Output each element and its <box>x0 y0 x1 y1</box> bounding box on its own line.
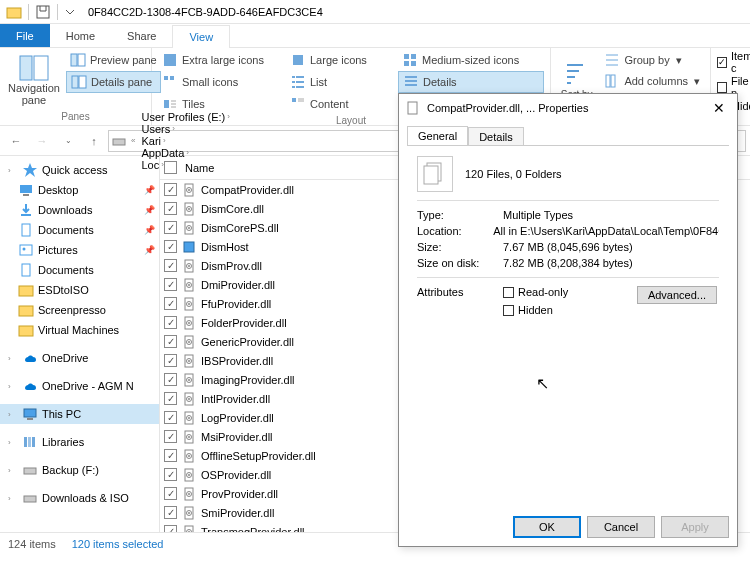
file-name: CompatProvider.dll <box>201 184 294 196</box>
sidebar-libraries[interactable]: ›Libraries <box>0 432 159 452</box>
list-view-button[interactable]: List <box>286 71 398 93</box>
tab-details[interactable]: Details <box>468 127 524 146</box>
svg-rect-23 <box>22 224 30 236</box>
svg-rect-12 <box>404 61 409 66</box>
dropdown-icon[interactable] <box>64 4 80 20</box>
file-icon <box>181 391 197 407</box>
row-checkbox[interactable]: ✓ <box>164 449 177 462</box>
file-icon <box>181 429 197 445</box>
row-checkbox[interactable]: ✓ <box>164 183 177 196</box>
row-checkbox[interactable]: ✓ <box>164 411 177 424</box>
save-icon[interactable] <box>35 4 51 20</box>
tab-home[interactable]: Home <box>50 24 111 47</box>
sidebar-item[interactable]: ESDtoISO <box>0 280 159 300</box>
group-by-button[interactable]: Group by▾ <box>600 50 704 70</box>
svg-rect-16 <box>164 100 169 108</box>
row-checkbox[interactable]: ✓ <box>164 335 177 348</box>
files-stack-icon <box>417 156 453 192</box>
sidebar-item[interactable]: Documents <box>0 260 159 280</box>
svg-rect-7 <box>79 76 86 88</box>
sidebar-item[interactable]: Pictures📌 <box>0 240 159 260</box>
row-checkbox[interactable]: ✓ <box>164 240 177 253</box>
content-view-button[interactable]: Content <box>286 94 398 114</box>
breadcrumb-segment[interactable]: User Profiles (E:)› <box>139 111 231 123</box>
close-button[interactable]: ✕ <box>707 100 731 116</box>
row-checkbox[interactable]: ✓ <box>164 297 177 310</box>
tab-file[interactable]: File <box>0 24 50 47</box>
row-checkbox[interactable]: ✓ <box>164 506 177 519</box>
svg-rect-19 <box>611 75 615 87</box>
svg-rect-4 <box>71 54 77 66</box>
svg-point-49 <box>188 265 190 267</box>
extra-large-icons-button[interactable]: Extra large icons <box>158 50 286 70</box>
svg-rect-35 <box>24 468 36 474</box>
hidden-checkbox[interactable]: Hidden <box>503 304 568 316</box>
row-checkbox[interactable]: ✓ <box>164 525 177 532</box>
file-icon <box>181 220 197 236</box>
preview-pane-button[interactable]: Preview pane <box>66 50 161 70</box>
svg-rect-10 <box>404 54 409 59</box>
row-checkbox[interactable]: ✓ <box>164 468 177 481</box>
sidebar-downloads-iso[interactable]: ›Downloads & ISO <box>0 488 159 508</box>
row-checkbox[interactable]: ✓ <box>164 259 177 272</box>
tab-general[interactable]: General <box>407 126 468 145</box>
cancel-button[interactable]: Cancel <box>587 516 655 538</box>
back-button[interactable]: ← <box>4 129 28 153</box>
details-pane-button[interactable]: Details pane <box>66 71 161 93</box>
details-view-button[interactable]: Details <box>398 71 544 93</box>
column-name[interactable]: Name <box>185 162 214 174</box>
large-icons-button[interactable]: Large icons <box>286 50 398 70</box>
row-checkbox[interactable]: ✓ <box>164 487 177 500</box>
item-checkboxes-toggle[interactable]: ✓Item c <box>717 50 750 74</box>
sidebar-item[interactable]: Downloads📌 <box>0 200 159 220</box>
file-name: FolderProvider.dll <box>201 317 287 329</box>
sidebar-backup[interactable]: ›Backup (F:) <box>0 460 159 480</box>
row-checkbox[interactable]: ✓ <box>164 316 177 329</box>
up-button[interactable]: ↑ <box>82 129 106 153</box>
sidebar-this-pc[interactable]: ›This PC <box>0 404 159 424</box>
svg-point-67 <box>188 379 190 381</box>
breadcrumb-segment[interactable]: Kari› <box>139 135 231 147</box>
sidebar-item[interactable]: Screenpresso <box>0 300 159 320</box>
row-checkbox[interactable]: ✓ <box>164 373 177 386</box>
tab-view[interactable]: View <box>172 25 230 48</box>
ok-button[interactable]: OK <box>513 516 581 538</box>
row-checkbox[interactable]: ✓ <box>164 430 177 443</box>
sidebar-item[interactable]: Documents📌 <box>0 220 159 240</box>
row-checkbox[interactable]: ✓ <box>164 354 177 367</box>
file-icon <box>181 334 197 350</box>
sidebar-item[interactable]: Desktop📌 <box>0 180 159 200</box>
advanced-button[interactable]: Advanced... <box>637 286 717 304</box>
select-all-checkbox[interactable] <box>164 161 177 174</box>
sidebar-onedrive[interactable]: ›OneDrive <box>0 348 159 368</box>
medium-icons-button[interactable]: Medium-sized icons <box>398 50 544 70</box>
file-icon <box>181 486 197 502</box>
sidebar-item[interactable]: Virtual Machines <box>0 320 159 340</box>
svg-rect-5 <box>78 54 85 66</box>
svg-rect-21 <box>20 185 32 193</box>
file-icon <box>181 258 197 274</box>
row-checkbox[interactable]: ✓ <box>164 278 177 291</box>
row-checkbox[interactable]: ✓ <box>164 202 177 215</box>
small-icons-button[interactable]: Small icons <box>158 71 286 93</box>
svg-rect-36 <box>24 496 36 502</box>
row-checkbox[interactable]: ✓ <box>164 221 177 234</box>
sidebar-onedrive-agm[interactable]: ›OneDrive - AGM N <box>0 376 159 396</box>
status-selected-count: 120 items selected <box>72 538 164 550</box>
readonly-checkbox[interactable]: Read-only <box>503 286 568 298</box>
prop-type-value: Multiple Types <box>503 209 573 221</box>
add-columns-button[interactable]: Add columns▾ <box>600 71 704 91</box>
row-checkbox[interactable]: ✓ <box>164 392 177 405</box>
recent-button[interactable]: ⌄ <box>56 129 80 153</box>
tab-share[interactable]: Share <box>111 24 172 47</box>
navigation-pane-button[interactable]: Navigation pane <box>6 50 62 110</box>
svg-rect-94 <box>424 166 438 184</box>
svg-point-79 <box>188 455 190 457</box>
breadcrumb-segment[interactable]: Users› <box>139 123 231 135</box>
apply-button[interactable]: Apply <box>661 516 729 538</box>
svg-rect-30 <box>24 409 36 417</box>
sidebar-quick-access[interactable]: ›Quick access <box>0 160 159 180</box>
file-name: GenericProvider.dll <box>201 336 294 348</box>
forward-button[interactable]: → <box>30 129 54 153</box>
file-icon <box>181 182 197 198</box>
